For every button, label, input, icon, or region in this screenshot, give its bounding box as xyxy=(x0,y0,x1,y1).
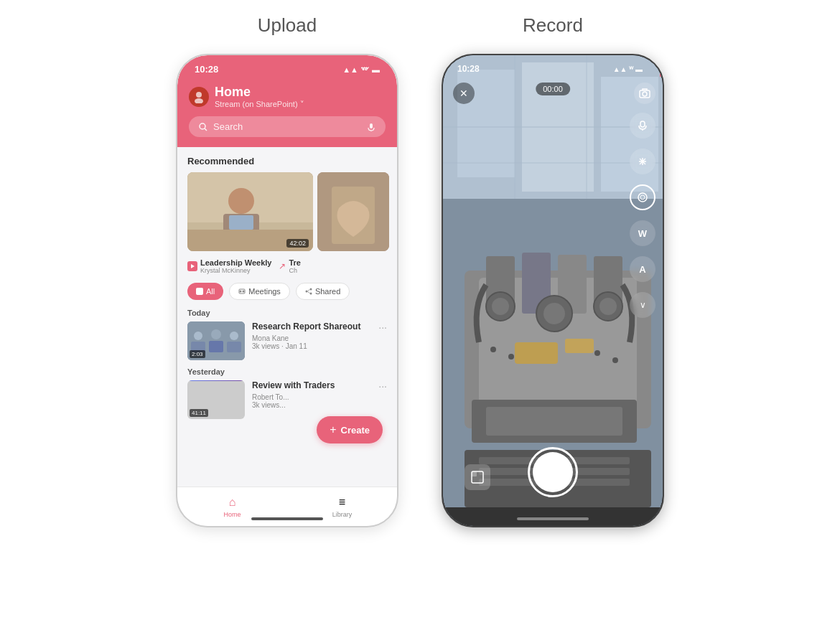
capture-button-area[interactable] xyxy=(528,447,578,497)
traders-info: Review with Traders Robert To... 3k view… xyxy=(252,380,371,409)
gallery-button[interactable] xyxy=(465,464,490,490)
header-subtitle: Stream (on SharePoint) ˅ xyxy=(215,100,304,109)
mic-toggle-button[interactable] xyxy=(630,113,655,138)
video-title: Leadership Weekly xyxy=(200,258,271,267)
svg-point-47 xyxy=(492,298,509,315)
video-title-2: Tre xyxy=(289,258,301,267)
research-info: Research Report Shareout Mona Kane 3k vi… xyxy=(252,321,371,350)
upload-section: Upload 10:28 ▲▲ ᭗ ▬ xyxy=(176,14,398,527)
filter-label-all: All xyxy=(206,287,215,296)
video-text: Leadership Weekly Krystal McKinney xyxy=(200,258,271,274)
research-meta: 3k views · Jan 11 xyxy=(252,342,371,350)
filter-button[interactable] xyxy=(630,184,655,210)
effects-button[interactable] xyxy=(630,149,655,174)
svg-rect-76 xyxy=(472,471,477,476)
page-container: Upload 10:28 ▲▲ ᭗ ▬ xyxy=(0,0,840,620)
recommended-label: Recommended xyxy=(187,156,387,166)
capture-inner xyxy=(533,452,573,492)
record-time: 10:28 xyxy=(457,64,480,74)
traders-title: Review with Traders xyxy=(252,380,371,392)
svg-point-57 xyxy=(612,357,618,363)
record-home-indicator xyxy=(517,517,589,520)
create-label: Create xyxy=(341,425,370,436)
svg-line-22 xyxy=(307,290,309,291)
research-title: Research Report Shareout xyxy=(252,321,371,333)
record-phone: 10:28 ▲▲ ᵂ ▬ ✕ 00:00 xyxy=(442,54,664,527)
svg-rect-64 xyxy=(443,507,663,526)
filter-tab-all[interactable]: All xyxy=(187,283,223,300)
home-indicator xyxy=(251,517,323,520)
research-duration: 2:03 xyxy=(190,350,205,358)
video-thumb-large[interactable]: 42:02 xyxy=(187,172,313,251)
capture-outer xyxy=(528,447,578,497)
video-info-item-2: ↗ Tre Ch xyxy=(279,258,301,274)
record-status-bar: 10:28 ▲▲ ᵂ ▬ xyxy=(443,55,663,78)
yesterday-label: Yesterday xyxy=(187,367,387,376)
filter-tab-meetings[interactable]: Meetings xyxy=(229,283,290,300)
svg-point-51 xyxy=(599,298,617,315)
svg-point-27 xyxy=(230,332,238,340)
svg-marker-14 xyxy=(191,264,195,268)
upload-phone: 10:28 ▲▲ ᭗ ▬ xyxy=(176,54,398,527)
gallery-icon xyxy=(471,471,484,484)
filter-label-meetings: Meetings xyxy=(248,287,281,296)
app-header: Home Stream (on SharePoint) ˅ Search xyxy=(177,79,397,147)
svg-point-0 xyxy=(196,92,202,98)
video-author: Krystal McKinney xyxy=(200,267,271,274)
svg-point-26 xyxy=(211,329,221,339)
text-a-label: A xyxy=(639,264,645,275)
header-title-row: Home Stream (on SharePoint) ˅ xyxy=(189,85,386,109)
more-icon-2[interactable]: ··· xyxy=(378,380,387,392)
svg-point-49 xyxy=(543,303,565,324)
video-author-2: Ch xyxy=(289,267,301,274)
today-label: Today xyxy=(187,309,387,317)
filter-label-shared: Shared xyxy=(315,287,340,296)
svg-rect-4 xyxy=(370,123,373,128)
text-w-button[interactable]: W xyxy=(630,220,655,246)
create-button[interactable]: + Create xyxy=(317,416,383,443)
rec-signal: ▲▲ ᵂ ▬ xyxy=(613,65,643,73)
research-thumb[interactable]: 2:03 xyxy=(187,321,245,360)
research-author: Mona Kane xyxy=(252,334,371,342)
upload-time: 10:28 xyxy=(195,64,218,75)
trend-icon: ↗ xyxy=(279,261,286,271)
svg-point-18 xyxy=(243,291,245,293)
svg-point-55 xyxy=(508,354,514,360)
svg-point-21 xyxy=(309,293,312,295)
svg-rect-11 xyxy=(229,215,253,230)
home-icon: ⌂ xyxy=(229,496,236,509)
camera-flip-button[interactable] xyxy=(634,83,655,104)
svg-point-54 xyxy=(490,347,496,352)
search-icon xyxy=(199,123,207,131)
meetings-icon xyxy=(238,288,246,295)
svg-rect-52 xyxy=(515,342,558,364)
app-content: Recommended xyxy=(177,147,397,487)
svg-rect-67 xyxy=(640,121,645,127)
traders-thumb-grid xyxy=(187,380,245,381)
video-info-item-1: Leadership Weekly Krystal McKinney xyxy=(187,258,271,274)
svg-line-23 xyxy=(307,292,309,293)
video-duration: 42:02 xyxy=(286,239,309,248)
svg-line-3 xyxy=(205,128,207,131)
upload-title: Upload xyxy=(258,14,317,37)
library-icon: ≡ xyxy=(339,496,345,509)
filter-tab-shared[interactable]: Shared xyxy=(296,283,350,300)
header-text: Home Stream (on SharePoint) ˅ xyxy=(215,85,304,109)
filter-circle-icon xyxy=(638,192,648,202)
search-input[interactable]: Search xyxy=(213,121,361,132)
traders-thumb[interactable]: 41:11 xyxy=(187,380,245,419)
list-item-research: 2:03 Research Report Shareout Mona Kane … xyxy=(187,321,387,360)
chevron-down-button[interactable]: ∨ xyxy=(630,292,655,318)
video-thumb-small[interactable] xyxy=(317,172,389,251)
signal-icon: ▲▲ xyxy=(342,65,358,74)
nav-library-label: Library xyxy=(332,511,353,518)
search-bar[interactable]: Search xyxy=(189,116,386,137)
upload-status-bar: 10:28 ▲▲ ᭗ ▬ xyxy=(177,55,397,79)
traders-meta: 3k views... xyxy=(252,401,371,409)
traders-duration: 41:11 xyxy=(190,409,208,417)
upload-phone-inner: 10:28 ▲▲ ᭗ ▬ xyxy=(177,55,397,526)
close-button[interactable]: ✕ xyxy=(453,83,475,104)
text-w-label: W xyxy=(638,228,647,239)
more-icon[interactable]: ··· xyxy=(378,321,387,333)
text-a-button[interactable]: A xyxy=(630,256,655,282)
